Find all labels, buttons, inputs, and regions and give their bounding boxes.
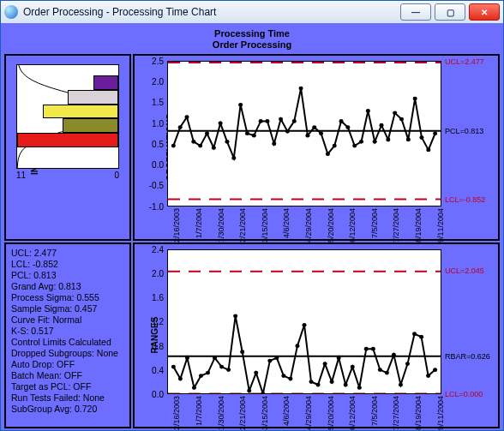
- svg-point-49: [192, 386, 196, 390]
- stat-row: Batch Mean: OFF: [11, 370, 124, 381]
- svg-point-39: [413, 97, 417, 101]
- histogram-panel: INDIVIDUALS 11 0: [4, 54, 131, 241]
- svg-point-36: [393, 111, 397, 115]
- svg-point-30: [352, 144, 357, 148]
- svg-point-67: [316, 382, 321, 386]
- ytick: 1.2: [152, 317, 164, 326]
- stat-row: Run Tests Failed: None: [11, 392, 124, 404]
- ytick: 2.4: [152, 244, 164, 254]
- svg-point-80: [405, 362, 410, 366]
- svg-point-59: [261, 392, 265, 393]
- window-buttons: — ▢ ✕: [400, 3, 500, 21]
- histogram-plot: [16, 64, 119, 169]
- svg-point-32: [366, 109, 370, 113]
- svg-point-63: [288, 376, 292, 380]
- svg-point-6: [191, 140, 195, 144]
- svg-point-48: [185, 356, 189, 360]
- svg-point-5: [184, 115, 189, 119]
- svg-point-31: [359, 140, 363, 144]
- stat-row: Auto Drop: OFF: [11, 359, 124, 370]
- svg-point-27: [333, 144, 337, 148]
- xtick: 7/5/2004: [370, 208, 379, 238]
- xtick: 6/12/2004: [348, 396, 357, 430]
- svg-point-79: [399, 382, 403, 386]
- maximize-button[interactable]: ▢: [435, 3, 465, 21]
- svg-point-60: [267, 358, 272, 362]
- ytick: 2.0: [152, 268, 164, 278]
- xtick: 12/16/2003: [172, 208, 181, 247]
- titlebar[interactable]: Order Processing - Processing Time Chart…: [1, 1, 503, 24]
- svg-point-69: [330, 380, 334, 384]
- header-line2: Order Processing: [213, 39, 291, 51]
- ytick: 0.4: [152, 365, 164, 374]
- minimize-button[interactable]: —: [400, 3, 431, 21]
- xtick: 5/20/2004: [327, 208, 335, 242]
- xtick: 4/29/2004: [304, 208, 313, 242]
- svg-point-75: [371, 346, 375, 350]
- close-button[interactable]: ✕: [469, 3, 500, 21]
- svg-point-42: [433, 131, 437, 135]
- svg-point-15: [252, 134, 256, 138]
- limit-label: LCL=0.000: [445, 390, 483, 398]
- ytick: 2.0: [152, 77, 164, 87]
- stat-row: Control Limits Calculated: [11, 337, 124, 348]
- ranges-chart-panel: RANGES 0.00.40.81.21.62.02.4 UCL=2.045RB…: [133, 242, 500, 429]
- svg-point-21: [292, 119, 297, 123]
- svg-point-70: [337, 356, 341, 360]
- stat-row: Sample Sigma: 0.457: [11, 303, 124, 314]
- svg-point-54: [226, 368, 231, 372]
- limit-label: UCL=2.477: [445, 57, 484, 66]
- xtick: 2/21/2004: [238, 396, 247, 430]
- svg-point-74: [364, 346, 369, 350]
- xtick: 5/20/2004: [327, 396, 335, 430]
- xtick: 9/11/2004: [436, 208, 445, 242]
- xtick: 1/30/2004: [217, 396, 225, 430]
- xtick: 4/6/2004: [282, 396, 291, 426]
- svg-point-55: [233, 314, 237, 318]
- svg-point-9: [212, 146, 216, 150]
- stat-row: SubGroup Avg: 0.720: [11, 404, 124, 415]
- histogram-bar: [17, 133, 118, 147]
- xtick: 1/7/2004: [195, 208, 203, 238]
- svg-point-78: [392, 352, 396, 356]
- svg-point-64: [295, 344, 299, 348]
- xtick: 8/19/2004: [414, 208, 423, 242]
- xtick: 6/12/2004: [348, 208, 357, 242]
- stat-row: Dropped Subgroups: None: [11, 348, 124, 359]
- svg-point-73: [357, 386, 362, 390]
- svg-point-82: [419, 334, 423, 338]
- svg-point-76: [378, 368, 382, 372]
- svg-point-4: [178, 125, 183, 129]
- svg-point-34: [379, 123, 383, 128]
- svg-point-72: [351, 364, 355, 368]
- svg-point-35: [386, 138, 390, 142]
- window-title: Order Processing - Processing Time Chart: [23, 6, 400, 18]
- ranges-plot: [167, 249, 441, 395]
- xtick: 7/5/2004: [370, 396, 379, 426]
- histogram-bar: [43, 105, 119, 119]
- svg-point-41: [426, 148, 430, 153]
- stat-row: UCL: 2.477: [11, 248, 124, 259]
- ytick: 0.5: [152, 139, 164, 148]
- xtick: 3/15/2004: [261, 208, 269, 242]
- ytick: 1.5: [152, 98, 164, 107]
- svg-point-25: [319, 131, 323, 135]
- svg-point-68: [323, 362, 327, 366]
- svg-point-47: [178, 376, 183, 380]
- ytick: 1.6: [152, 293, 164, 302]
- xtick: 4/6/2004: [282, 208, 291, 238]
- svg-point-7: [198, 144, 202, 148]
- svg-point-24: [312, 125, 316, 129]
- svg-point-8: [205, 131, 209, 135]
- svg-point-71: [344, 382, 348, 386]
- limit-label: UCL=2.045: [445, 266, 484, 275]
- svg-point-20: [285, 129, 290, 134]
- svg-point-61: [274, 356, 279, 360]
- stat-row: Process Sigma: 0.555: [11, 292, 124, 303]
- svg-point-13: [238, 103, 243, 107]
- individuals-chart-panel: OBSERVATIONS -1.0-0.50.00.51.01.52.02.5 …: [133, 54, 500, 241]
- svg-point-11: [225, 140, 229, 144]
- svg-point-53: [219, 364, 224, 368]
- svg-point-77: [385, 370, 389, 374]
- xtick: 1/7/2004: [195, 396, 203, 426]
